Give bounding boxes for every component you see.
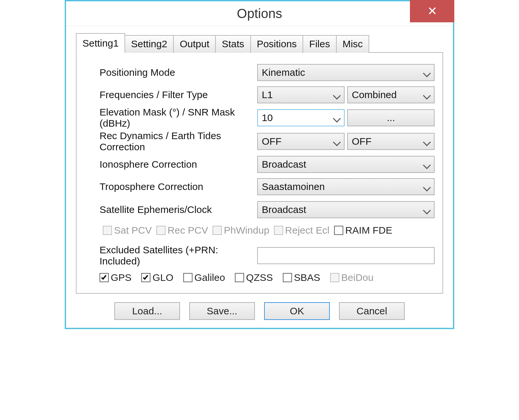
label-positioning-mode: Positioning Mode — [100, 67, 257, 78]
check-galileo[interactable]: Galileo — [183, 272, 225, 283]
check-phwindup: PhWindup — [213, 225, 269, 236]
label-tropo: Troposphere Correction — [100, 181, 257, 192]
row-dyn-tides: Rec Dynamics / Earth Tides Correction OF… — [100, 130, 435, 153]
label-freq-filter: Frequencies / Filter Type — [100, 89, 257, 100]
titlebar: Options ✕ — [66, 1, 453, 26]
check-gps[interactable]: GPS — [100, 272, 131, 283]
check-sat-pcv: Sat PCV — [103, 225, 152, 236]
combo-positioning-mode[interactable]: Kinematic — [257, 64, 435, 81]
tab-output[interactable]: Output — [173, 35, 216, 53]
label-iono: Ionosphere Correction — [100, 159, 257, 170]
combo-elevation-mask[interactable]: 10 — [257, 109, 345, 126]
label-ephem: Satellite Ephemeris/Clock — [100, 204, 257, 215]
row-elev-snr: Elevation Mask (°) / SNR Mask (dBHz) 10 … — [100, 107, 435, 129]
tab-setting1[interactable]: Setting1 — [76, 33, 125, 53]
combo-ephem[interactable]: Broadcast — [257, 201, 435, 218]
combo-iono[interactable]: Broadcast — [257, 156, 435, 173]
check-beidou: BeiDou — [330, 272, 373, 283]
panel-setting1: Positioning Mode Kinematic Frequencies /… — [76, 52, 443, 294]
input-excluded-sats[interactable] — [257, 247, 435, 264]
check-rec-pcv: Rec PCV — [156, 225, 208, 236]
options-window: Options ✕ Setting1 Setting2 Output Stats… — [65, 0, 454, 329]
check-reject-ecl: Reject Ecl — [274, 225, 329, 236]
row-ephem: Satellite Ephemeris/Clock Broadcast — [100, 199, 435, 220]
combo-filter-type[interactable]: Combined — [347, 86, 435, 103]
check-raim-fde[interactable]: RAIM FDE — [334, 225, 392, 236]
tab-strip: Setting1 Setting2 Output Stats Positions… — [76, 32, 443, 52]
window-title: Options — [237, 6, 282, 21]
tab-setting2[interactable]: Setting2 — [124, 35, 174, 53]
row-positioning-mode: Positioning Mode Kinematic — [100, 62, 435, 83]
close-icon: ✕ — [427, 4, 437, 18]
label-excluded-sats: Excluded Satellites (+PRN: Included) — [100, 244, 257, 267]
row-excluded-sats: Excluded Satellites (+PRN: Included) — [100, 244, 435, 267]
client-area: Setting1 Setting2 Output Stats Positions… — [66, 26, 453, 297]
combo-rec-dynamics[interactable]: OFF — [257, 133, 345, 150]
cancel-button[interactable]: Cancel — [339, 302, 405, 320]
ok-button[interactable]: OK — [264, 302, 330, 320]
row-iono: Ionosphere Correction Broadcast — [100, 154, 435, 175]
combo-earth-tides[interactable]: OFF — [347, 133, 435, 150]
combo-tropo[interactable]: Saastamoinen — [257, 178, 435, 195]
snr-mask-button[interactable]: ... — [347, 109, 435, 126]
label-elev-snr: Elevation Mask (°) / SNR Mask (dBHz) — [100, 107, 257, 129]
gnss-systems: GPS GLO Galileo QZSS SBAS — [100, 269, 435, 285]
correction-checks: Sat PCV Rec PCV PhWindup Reject Ecl RAIM… — [100, 223, 435, 238]
check-glo[interactable]: GLO — [141, 272, 173, 283]
tab-stats[interactable]: Stats — [215, 35, 251, 53]
tab-misc[interactable]: Misc — [336, 35, 370, 53]
row-freq-filter: Frequencies / Filter Type L1 Combined — [100, 84, 435, 105]
tab-positions[interactable]: Positions — [250, 35, 304, 53]
save-button[interactable]: Save... — [189, 302, 255, 320]
label-dyn-tides: Rec Dynamics / Earth Tides Correction — [100, 130, 257, 153]
dialog-buttons: Load... Save... OK Cancel — [66, 297, 453, 328]
check-sbas[interactable]: SBAS — [283, 272, 320, 283]
close-button[interactable]: ✕ — [410, 0, 454, 22]
check-qzss[interactable]: QZSS — [235, 272, 273, 283]
tab-files[interactable]: Files — [303, 35, 336, 53]
load-button[interactable]: Load... — [114, 302, 180, 320]
combo-frequencies[interactable]: L1 — [257, 86, 345, 103]
row-tropo: Troposphere Correction Saastamoinen — [100, 176, 435, 197]
